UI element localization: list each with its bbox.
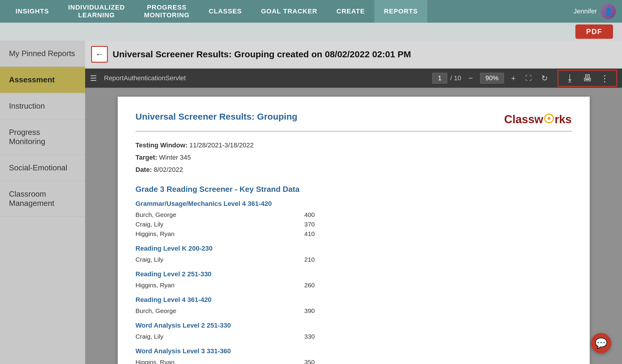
- student-name: Higgins, Ryan: [136, 359, 175, 364]
- back-arrow-icon: ←: [95, 50, 104, 59]
- pdf-menu-icon[interactable]: ☰: [90, 74, 97, 83]
- pdf-zoom-in-icon[interactable]: +: [509, 73, 518, 84]
- group-title-0: Grammar/Usage/Mechanics Level 4 361-420: [136, 200, 572, 208]
- nav-create[interactable]: CREATE: [327, 0, 374, 23]
- document-header: Universal Screener Results: Grouping Cla…: [136, 112, 572, 126]
- nav-classes[interactable]: CLASSES: [199, 0, 252, 23]
- pdf-rotate-icon[interactable]: ↻: [539, 73, 550, 84]
- user-name: Jennifer: [574, 7, 597, 15]
- pdf-zoom-out-icon[interactable]: −: [466, 73, 475, 84]
- document-meta-target: Target: Winter 345: [136, 152, 572, 163]
- user-area: Jennifer 👤: [574, 4, 616, 19]
- nav-goal-tracker[interactable]: GOAL TRACKER: [251, 0, 327, 23]
- nav-individualized-learning[interactable]: INDIVIDUALIZED LEARNING: [59, 0, 134, 23]
- pdf-fit-icon[interactable]: ⛶: [523, 73, 534, 83]
- group-title-2: Reading Level 2 251-330: [136, 270, 572, 278]
- table-row: Higgins, Ryan 410: [136, 229, 315, 239]
- pdf-download-icon[interactable]: ⭳: [562, 72, 578, 84]
- pdf-page-input[interactable]: [432, 73, 447, 84]
- pdf-filename: ReportAuthenticationServlet: [104, 74, 428, 82]
- sidebar-item-instruction[interactable]: Instruction: [0, 93, 85, 119]
- sidebar: My Pinned Reports Assessment Instruction…: [0, 41, 85, 364]
- table-row: Craig, Lily 370: [136, 220, 315, 229]
- content-area: ← Universal Screener Results: Grouping c…: [85, 41, 622, 364]
- table-row: Craig, Lily 210: [136, 255, 315, 264]
- table-row: Higgins, Ryan 350: [136, 357, 315, 364]
- user-avatar[interactable]: 👤: [600, 4, 616, 19]
- student-score: 400: [304, 211, 315, 218]
- table-row: Burch, George 390: [136, 306, 315, 316]
- classworks-logo: Classw☉rks: [504, 112, 572, 126]
- page-title: Universal Screener Results: Grouping cre…: [113, 49, 411, 59]
- student-name: Craig, Lily: [136, 256, 163, 263]
- table-row: Higgins, Ryan 260: [136, 280, 315, 290]
- top-navigation: INSIGHTS INDIVIDUALIZED LEARNING PROGRES…: [0, 0, 622, 23]
- nav-reports[interactable]: REPORTS: [374, 0, 427, 23]
- back-button[interactable]: ←: [91, 46, 108, 63]
- pdf-zoom-input[interactable]: [480, 73, 504, 84]
- pdf-print-icon[interactable]: 🖶: [579, 72, 595, 84]
- pdf-bar: PDF: [0, 23, 622, 41]
- student-name: Burch, George: [136, 211, 177, 218]
- group-title-4: Word Analysis Level 2 251-330: [136, 322, 572, 329]
- pdf-actions-toolbar: ⭳ 🖶 ⋮: [557, 70, 617, 87]
- pdf-export-button[interactable]: PDF: [575, 24, 613, 39]
- nav-insights[interactable]: INSIGHTS: [6, 0, 59, 23]
- sidebar-item-progress-monitoring[interactable]: Progress Monitoring: [0, 119, 85, 155]
- sidebar-item-my-pinned-reports[interactable]: My Pinned Reports: [0, 41, 85, 67]
- pdf-toolbar: ☰ ReportAuthenticationServlet / 10 − + ⛶…: [85, 69, 622, 88]
- group-title-5: Word Analysis Level 3 331-360: [136, 347, 572, 355]
- document-divider: [136, 131, 572, 132]
- document-title: Universal Screener Results: Grouping: [136, 112, 298, 122]
- student-score: 410: [304, 230, 315, 237]
- nav-progress-monitoring[interactable]: PROGRESS MONITORING: [134, 0, 199, 23]
- student-score: 260: [304, 282, 315, 289]
- student-score: 390: [304, 307, 315, 314]
- student-name: Craig, Lily: [136, 333, 163, 340]
- chat-icon: 💬: [595, 337, 607, 349]
- table-row: Burch, George 400: [136, 210, 315, 220]
- sidebar-item-classroom-management[interactable]: Classroom Management: [0, 181, 85, 217]
- student-score: 330: [304, 333, 315, 340]
- document-page: Universal Screener Results: Grouping Cla…: [118, 97, 590, 364]
- chat-button[interactable]: 💬: [591, 333, 611, 353]
- student-name: Craig, Lily: [136, 221, 163, 228]
- sidebar-item-assessment[interactable]: Assessment: [0, 67, 85, 93]
- student-score: 210: [304, 256, 315, 263]
- student-name: Higgins, Ryan: [136, 282, 175, 289]
- document-groups: Grammar/Usage/Mechanics Level 4 361-420 …: [136, 200, 572, 364]
- student-score: 370: [304, 221, 315, 228]
- sidebar-item-social-emotional[interactable]: Social-Emotional: [0, 155, 85, 181]
- group-title-3: Reading Level 4 361-420: [136, 296, 572, 304]
- table-row: Craig, Lily 330: [136, 332, 315, 341]
- document-meta-date: Date: 8/02/2022: [136, 164, 572, 175]
- document-container: Universal Screener Results: Grouping Cla…: [85, 88, 622, 364]
- student-score: 350: [304, 359, 315, 364]
- pdf-page-separator: / 10: [450, 74, 461, 82]
- document-meta-testing-window: Testing Window: 11/28/2021-3/18/2022: [136, 140, 572, 150]
- student-name: Burch, George: [136, 307, 177, 314]
- pdf-more-icon[interactable]: ⋮: [597, 72, 613, 85]
- pdf-zoom-area: [480, 73, 504, 84]
- main-layout: My Pinned Reports Assessment Instruction…: [0, 41, 622, 364]
- document-section-title: Grade 3 Reading Screener - Key Strand Da…: [136, 185, 572, 194]
- group-title-1: Reading Level K 200-230: [136, 245, 572, 252]
- student-name: Higgins, Ryan: [136, 230, 175, 237]
- pdf-pagination: / 10: [432, 73, 461, 84]
- page-title-bar: ← Universal Screener Results: Grouping c…: [85, 41, 622, 69]
